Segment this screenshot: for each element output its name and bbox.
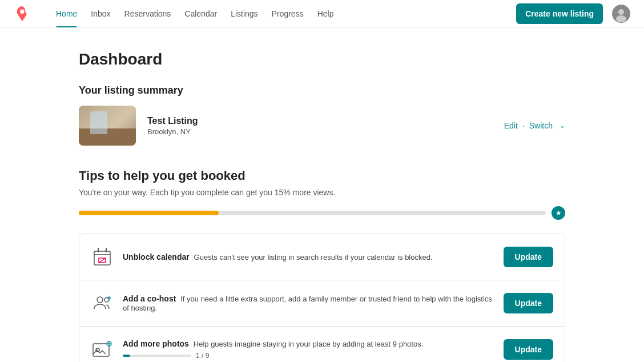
tip-content-unblock-calendar: Unblock calendar Guests can't see your l… <box>123 252 494 262</box>
update-button-add-cohost[interactable]: Update <box>504 293 553 313</box>
listing-image <box>79 106 136 146</box>
tip-desc-add-photos: Help guests imagine staying in your plac… <box>194 340 424 348</box>
svg-rect-6 <box>98 248 99 252</box>
nav-listings[interactable]: Listings <box>224 0 264 27</box>
tip-item-unblock-calendar: Unblock calendar Guests can't see your l… <box>79 234 565 280</box>
nav-links: Home Inbox Reservations Calendar Listing… <box>49 0 516 27</box>
tip-desc-add-cohost: If you need a little extra support, add … <box>123 295 492 312</box>
svg-line-9 <box>99 258 106 263</box>
svg-rect-17 <box>93 344 109 356</box>
svg-point-13 <box>97 297 103 303</box>
page-title: Dashboard <box>79 50 565 69</box>
nav-help[interactable]: Help <box>311 0 341 27</box>
tip-icon-add-photos <box>91 338 114 361</box>
svg-point-0 <box>20 9 25 14</box>
svg-point-3 <box>616 15 626 22</box>
nav-calendar[interactable]: Calendar <box>178 0 224 27</box>
nav-home[interactable]: Home <box>49 0 84 27</box>
listing-info: Test Listing Brooklyn, NY <box>147 116 493 136</box>
tip-title-add-photos: Add more photos <box>123 339 189 348</box>
tip-item-add-photos: Add more photos Help guests imagine stay… <box>79 327 565 362</box>
tips-progress-track <box>79 211 546 215</box>
listing-location: Brooklyn, NY <box>147 127 493 136</box>
create-listing-button[interactable]: Create new listing <box>516 3 603 24</box>
tip-title-add-cohost: Add a co-host <box>123 294 176 303</box>
tip-content-add-cohost: Add a co-host If you need a little extra… <box>123 294 494 312</box>
listing-card: Test Listing Brooklyn, NY Edit · Switch … <box>79 106 565 146</box>
update-button-unblock-calendar[interactable]: Update <box>504 247 553 267</box>
edit-link[interactable]: Edit <box>504 121 518 130</box>
svg-point-2 <box>618 9 624 15</box>
nav-progress[interactable]: Progress <box>265 0 311 27</box>
main-content: Dashboard Your listing summary Test List… <box>65 27 579 362</box>
airbnb-logo[interactable] <box>14 5 31 22</box>
photo-progress-track <box>123 355 191 357</box>
tips-subtext: You're on your way. Each tip you complet… <box>79 188 565 197</box>
tips-list: Unblock calendar Guests can't see your l… <box>79 234 565 362</box>
nav-reservations[interactable]: Reservations <box>118 0 178 27</box>
tip-item-add-cohost: Add a co-host If you need a little extra… <box>79 280 565 327</box>
tip-content-add-photos: Add more photos Help guests imagine stay… <box>123 339 494 360</box>
switch-link[interactable]: Switch <box>529 121 553 130</box>
nav-inbox[interactable]: Inbox <box>84 0 117 27</box>
tips-progress-container: ★ <box>79 206 565 220</box>
listing-name: Test Listing <box>147 116 493 126</box>
update-button-add-photos[interactable]: Update <box>504 339 553 360</box>
tips-heading: Tips to help you get booked <box>79 168 565 183</box>
listing-summary-heading: Your listing summary <box>79 85 565 96</box>
listing-actions: Edit · Switch ⌄ <box>504 121 565 130</box>
tip-desc-unblock-calendar: Guests can't see your listing in search … <box>194 253 433 262</box>
chevron-down-icon: ⌄ <box>560 122 565 130</box>
tips-progress-star: ★ <box>552 206 565 220</box>
photo-progress-fill <box>123 355 130 357</box>
tip-icon-unblock-calendar <box>91 246 114 268</box>
photo-progress-label: 1 / 9 <box>196 352 209 360</box>
tips-progress-fill <box>79 211 219 215</box>
svg-rect-7 <box>106 248 107 252</box>
edit-switch-separator: · <box>522 121 525 130</box>
tip-title-unblock-calendar: Unblock calendar <box>123 252 190 262</box>
navbar: Home Inbox Reservations Calendar Listing… <box>0 0 644 27</box>
user-avatar[interactable] <box>612 5 630 23</box>
tip-icon-add-cohost <box>91 292 114 315</box>
photo-progress-row: 1 / 9 <box>123 352 494 360</box>
nav-right: Create new listing <box>516 3 630 24</box>
